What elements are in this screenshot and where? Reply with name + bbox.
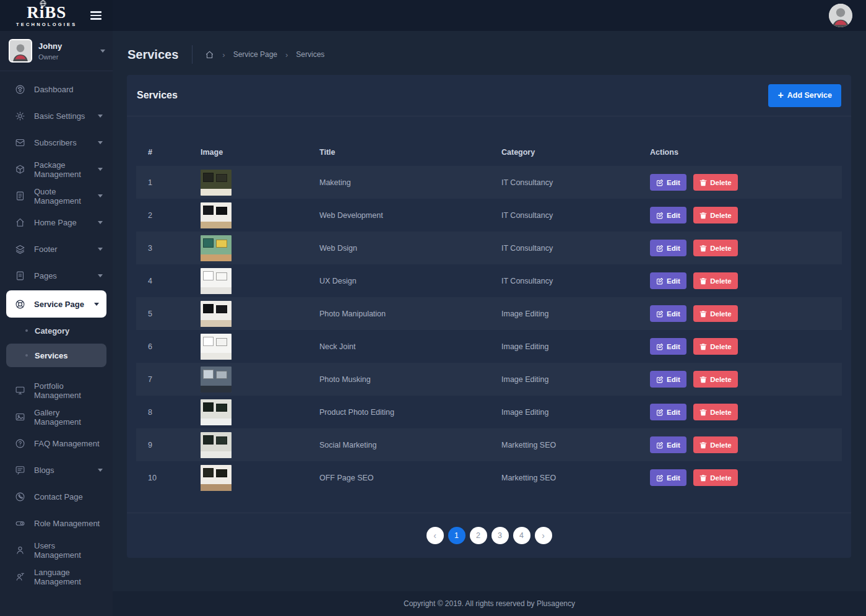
brand-logo[interactable]: RiBS TECHNOLOGIES [16, 4, 77, 27]
delete-button[interactable]: Delete [693, 404, 738, 420]
service-thumbnail [201, 432, 232, 458]
sidebar-subitem-services[interactable]: Services [6, 344, 106, 367]
delete-button[interactable]: Delete [693, 469, 738, 486]
edit-button[interactable]: Edit [650, 174, 686, 191]
phone-icon [15, 492, 26, 503]
breadcrumb-services[interactable]: Services [296, 50, 324, 59]
delete-button[interactable]: Delete [693, 272, 738, 289]
delete-button[interactable]: Delete [693, 338, 738, 355]
sidebar-item-basic-settings[interactable]: Basic Settings [0, 103, 113, 129]
brand-name: RiBS [27, 4, 66, 21]
edit-button[interactable]: Edit [650, 207, 686, 223]
edit-button[interactable]: Edit [650, 338, 686, 355]
image-icon [15, 412, 26, 423]
row-number: 6 [136, 342, 201, 351]
pencil-square-icon [656, 474, 664, 482]
sidebar-item-blogs[interactable]: Blogs [0, 457, 113, 484]
delete-button[interactable]: Delete [693, 240, 738, 256]
table-row: 10 OFF Page SEO Marketting SEO [136, 461, 842, 494]
sidebar-item-gallery-management[interactable]: Gallery Management [0, 404, 113, 430]
topbar-avatar[interactable] [829, 4, 852, 27]
sidebar-item-package-management[interactable]: Package Management [0, 156, 113, 183]
pagination-page-2[interactable]: 2 [470, 527, 487, 544]
edit-button[interactable]: Edit [650, 436, 686, 453]
edit-button[interactable]: Edit [650, 469, 686, 486]
bullet-dot-icon [25, 354, 28, 357]
brand-tagline: TECHNOLOGIES [16, 22, 77, 27]
pagination-page-3[interactable]: 3 [491, 527, 509, 544]
globe-icon [40, 0, 46, 7]
sidebar-item-language-management[interactable]: Language Management [0, 563, 113, 590]
pencil-square-icon [656, 376, 664, 383]
sidebar-item-home-page[interactable]: Home Page [0, 209, 113, 236]
pagination-prev[interactable]: ‹ [427, 527, 444, 544]
chevron-down-icon [98, 274, 103, 277]
delete-button[interactable]: Delete [693, 305, 738, 322]
pencil-square-icon [656, 409, 664, 416]
chevron-down-icon [98, 221, 103, 224]
page-footer: Copyright © 2019. All rights reserved by… [113, 591, 866, 616]
layers-icon [15, 244, 26, 255]
row-number: 7 [136, 375, 201, 384]
language-icon [15, 571, 26, 583]
pencil-square-icon [656, 179, 664, 186]
sidebar-item-service-page[interactable]: Service Page [6, 290, 106, 318]
table-row: 6 Neck Joint Image Editing [136, 330, 842, 363]
service-title: Social Marketing [319, 441, 501, 449]
pagination-page-4[interactable]: 4 [513, 527, 530, 544]
pencil-square-icon [656, 277, 664, 285]
sidebar-item-subscribers[interactable]: Subscribers [0, 129, 113, 156]
sidebar-item-pages[interactable]: Pages [0, 262, 113, 289]
topbar-actions [113, 0, 866, 31]
service-thumbnail [201, 301, 232, 327]
add-service-button[interactable]: + Add Service [768, 84, 841, 107]
sidebar-item-users-management[interactable]: Users Management [0, 537, 113, 563]
main-content: Services › Service Page › Services Servi… [113, 31, 866, 616]
service-category: Marketting SEO [501, 441, 650, 449]
sidebar-item-contact-page[interactable]: Contact Page [0, 484, 113, 510]
bullet-dot-icon [25, 329, 28, 332]
card-title: Services [137, 90, 178, 101]
sidebar-item-role-management[interactable]: Role Management [0, 510, 113, 537]
delete-button[interactable]: Delete [693, 371, 738, 388]
pencil-square-icon [656, 441, 664, 449]
edit-button[interactable]: Edit [650, 305, 686, 322]
sidebar-user-card[interactable]: Johny Owner [0, 31, 113, 71]
pagination-next[interactable]: › [535, 527, 552, 544]
edit-button[interactable]: Edit [650, 240, 686, 256]
edit-button[interactable]: Edit [650, 371, 686, 388]
delete-button[interactable]: Delete [693, 207, 738, 223]
breadcrumb-service-page[interactable]: Service Page [233, 50, 277, 59]
service-thumbnail [201, 170, 232, 196]
page-title: Services [128, 48, 178, 62]
sidebar-item-footer[interactable]: Footer [0, 236, 113, 262]
service-thumbnail [201, 268, 232, 294]
row-number: 9 [136, 441, 201, 449]
trash-icon [699, 310, 707, 318]
pagination-page-1[interactable]: 1 [448, 527, 465, 544]
service-category: Image Editing [501, 408, 650, 417]
edit-button[interactable]: Edit [650, 272, 686, 289]
page-header: Services › Service Page › Services [113, 42, 866, 67]
dashboard-icon [15, 84, 26, 95]
question-icon [15, 438, 26, 449]
chevron-down-icon [98, 469, 103, 472]
table-row: 5 Photo Manipulation Image Editing [136, 297, 842, 330]
trash-icon [699, 245, 707, 252]
user-role: Owner [38, 53, 100, 61]
sidebar-item-portfolio-management[interactable]: Portfolio Management [0, 377, 113, 404]
column-header-num: # [136, 148, 201, 157]
table-row: 7 Photo Musking Image Editing [136, 363, 842, 396]
home-icon [15, 217, 26, 228]
sidebar-subitem-category[interactable]: Category [0, 319, 113, 342]
edit-button[interactable]: Edit [650, 404, 686, 420]
home-icon[interactable] [205, 50, 214, 59]
hamburger-menu-icon[interactable] [88, 9, 104, 22]
delete-button[interactable]: Delete [693, 436, 738, 453]
sidebar-item-quote-management[interactable]: Quote Management [0, 183, 113, 209]
table-row: 9 Social Marketing Marketting SEO [136, 428, 842, 461]
service-category: Image Editing [501, 375, 650, 384]
sidebar-item-dashboard[interactable]: Dashboard [0, 76, 113, 103]
sidebar-item-faq-management[interactable]: FAQ Management [0, 430, 113, 457]
delete-button[interactable]: Delete [693, 174, 738, 191]
